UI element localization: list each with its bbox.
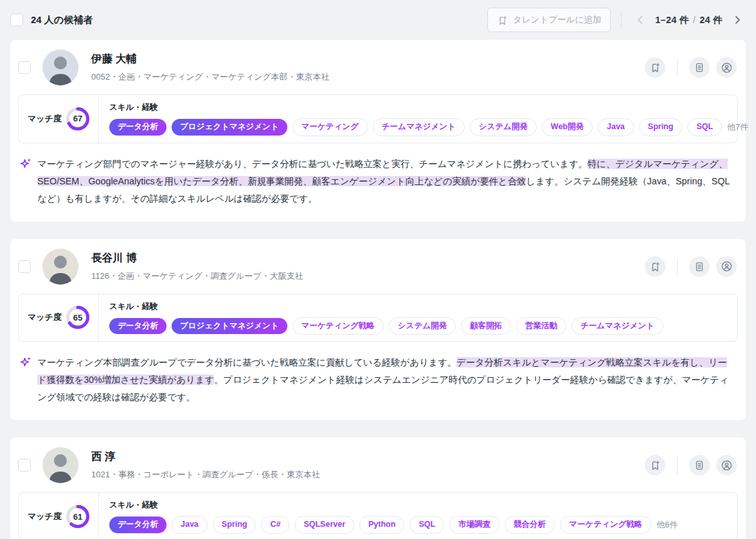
skill-tag-list: データ分析プロジェクトマネジメントマーケティング戦略システム開発顧客開拓営業活動…: [109, 317, 727, 335]
resume-button[interactable]: [689, 455, 710, 475]
match-score-label: マッチ度: [28, 312, 62, 323]
match-score-section: マッチ度61: [19, 493, 99, 539]
skill-tag[interactable]: チームマネジメント: [572, 317, 663, 335]
skill-tag[interactable]: SQLServer: [294, 516, 354, 534]
sparkle-icon: [19, 356, 32, 406]
bookmark-add-button[interactable]: [645, 256, 665, 277]
card-actions-divider: [677, 58, 678, 76]
candidate-count-label: 24 人の候補者: [31, 14, 93, 26]
candidate-checkbox[interactable]: [18, 459, 31, 472]
skill-tag-matched[interactable]: データ分析: [109, 517, 166, 533]
candidate-identity: 伊藤 大輔0052・企画・マーケティング・マーケティング本部・東京本社: [91, 52, 645, 83]
skills-section-label: スキル・経験: [109, 301, 727, 312]
skill-tag-matched[interactable]: データ分析: [109, 119, 166, 136]
ai-summary-text: マーケティング本部調査グループでデータ分析に基づいた戦略立案に貢献している経験が…: [37, 354, 732, 406]
skills-section-label: スキル・経験: [109, 102, 748, 113]
match-score-value: 61: [66, 505, 89, 528]
resume-button[interactable]: [689, 57, 710, 78]
skill-tag[interactable]: チームマネジメント: [373, 118, 465, 136]
ai-summary-text: マーケティング部門でのマネージャー経験があり、データ分析に基づいた戦略立案と実行…: [37, 155, 732, 208]
skill-tag[interactable]: Java: [172, 516, 208, 534]
match-skills-panel: マッチ度65スキル・経験データ分析プロジェクトマネジメントマーケティング戦略シス…: [18, 294, 738, 342]
candidate-identity: 長谷川 博1126・企画・マーケティング・調査グループ・大阪支社: [91, 251, 645, 282]
skill-tag[interactable]: システム開発: [470, 118, 537, 136]
skill-tag-matched[interactable]: データ分析: [109, 318, 166, 335]
pagination-range: 1–24 件/24 件: [655, 14, 723, 26]
skills-section: スキル・経験データ分析JavaSpringC#SQLServerPythonSQ…: [99, 493, 737, 539]
candidate-meta: 0052・企画・マーケティング・マーケティング本部・東京本社: [91, 71, 645, 83]
skill-tag[interactable]: Spring: [639, 118, 683, 136]
skill-tag[interactable]: SQL: [687, 118, 722, 136]
candidate-meta: 1126・企画・マーケティング・調査グループ・大阪支社: [91, 270, 645, 282]
bookmark-add-button[interactable]: [645, 57, 665, 78]
skill-tag-list: データ分析プロジェクトマネジメントマーケティングチームマネジメントシステム開発W…: [109, 118, 748, 136]
more-skills-label: 他6件: [656, 519, 678, 531]
skill-tag[interactable]: C#: [261, 516, 289, 534]
candidate-name[interactable]: 長谷川 博: [91, 251, 645, 265]
summary-text: マーケティング部門でのマネージャー経験があり、データ分析に基づいた戦略立案と実行…: [37, 159, 588, 169]
skill-tag[interactable]: Python: [359, 516, 404, 534]
more-skills-label: 他7件: [727, 121, 748, 133]
sparkle-icon: [19, 157, 32, 208]
skill-tag-matched[interactable]: プロジェクトマネジメント: [172, 119, 287, 136]
candidate-name[interactable]: 伊藤 大輔: [91, 52, 645, 66]
pagination: 1–24 件/24 件: [632, 12, 746, 28]
skill-tag[interactable]: 競合分析: [505, 516, 555, 534]
match-score-ring: 65: [66, 306, 89, 329]
profile-button[interactable]: [716, 57, 737, 78]
bookmark-add-button[interactable]: [645, 455, 665, 475]
avatar-photo: [42, 447, 78, 483]
avatar-photo: [42, 49, 78, 85]
card-actions: [645, 455, 737, 475]
candidate-meta: 1021・事務・コーポレート・調査グループ・係長・東京本社: [91, 469, 645, 481]
skill-tag[interactable]: 営業活動: [516, 317, 566, 335]
chevron-left-icon[interactable]: [632, 12, 649, 28]
skill-tag[interactable]: Web開発: [542, 118, 593, 136]
skill-tag[interactable]: Spring: [213, 516, 256, 534]
skill-tag[interactable]: SQL: [410, 516, 444, 534]
ai-summary: マーケティング部門でのマネージャー経験があり、データ分析に基づいた戦略立案と実行…: [10, 143, 746, 208]
match-score-section: マッチ度65: [19, 294, 99, 342]
add-to-talent-pool-label: タレントプールに追加: [513, 14, 601, 26]
skill-tag[interactable]: マーケティング戦略: [560, 516, 651, 534]
skill-tag-matched[interactable]: プロジェクトマネジメント: [172, 318, 287, 335]
chevron-right-icon[interactable]: [729, 12, 746, 28]
card-actions: [645, 256, 737, 277]
skill-tag[interactable]: マーケティング戦略: [292, 317, 384, 335]
avatar-photo: [42, 249, 78, 285]
match-score-value: 67: [66, 107, 89, 130]
candidate-checkbox[interactable]: [18, 61, 31, 74]
candidate-checkbox[interactable]: [18, 260, 31, 273]
match-score-ring: 61: [66, 505, 89, 528]
card-actions-divider: [677, 456, 678, 474]
skill-tag[interactable]: 顧客開拓: [461, 317, 511, 335]
match-score-ring: 67: [66, 107, 89, 130]
match-score-value: 65: [66, 306, 89, 329]
skill-tag-list: データ分析JavaSpringC#SQLServerPythonSQL市場調査競…: [109, 516, 727, 534]
candidate-name[interactable]: 西 淳: [91, 450, 645, 464]
resume-button[interactable]: [689, 256, 710, 277]
match-score-section: マッチ度67: [19, 95, 99, 143]
card-actions-divider: [677, 258, 678, 276]
card-actions: [645, 57, 737, 78]
skills-section-label: スキル・経験: [109, 500, 727, 511]
skill-tag[interactable]: 市場調査: [449, 516, 500, 534]
candidate-card-header: 伊藤 大輔0052・企画・マーケティング・マーケティング本部・東京本社: [10, 40, 746, 94]
candidate-card: 長谷川 博1126・企画・マーケティング・調査グループ・大阪支社マッチ度65スキ…: [10, 239, 746, 421]
profile-button[interactable]: [716, 455, 737, 475]
profile-button[interactable]: [716, 256, 737, 277]
skill-tag[interactable]: システム開発: [389, 317, 456, 335]
skills-section: スキル・経験データ分析プロジェクトマネジメントマーケティング戦略システム開発顧客…: [99, 294, 737, 342]
candidate-card-header: 長谷川 博1126・企画・マーケティング・調査グループ・大阪支社: [10, 239, 746, 294]
candidate-list: 伊藤 大輔0052・企画・マーケティング・マーケティング本部・東京本社マッチ度6…: [0, 40, 756, 539]
match-skills-panel: マッチ度61スキル・経験データ分析JavaSpringC#SQLServerPy…: [18, 492, 738, 539]
select-all-checkbox[interactable]: [10, 13, 23, 26]
match-skills-panel: マッチ度67スキル・経験データ分析プロジェクトマネジメントマーケティングチームマ…: [18, 94, 738, 143]
skills-section: スキル・経験データ分析プロジェクトマネジメントマーケティングチームマネジメントシ…: [99, 95, 756, 143]
match-score-label: マッチ度: [28, 511, 62, 522]
toolbar: 24 人の候補者 タレントプールに追加 1–24 件/24 件: [0, 0, 756, 40]
add-to-talent-pool-button[interactable]: タレントプールに追加: [487, 8, 611, 32]
skill-tag[interactable]: Java: [598, 118, 634, 136]
toolbar-divider: [621, 12, 622, 28]
skill-tag[interactable]: マーケティング: [292, 118, 368, 136]
